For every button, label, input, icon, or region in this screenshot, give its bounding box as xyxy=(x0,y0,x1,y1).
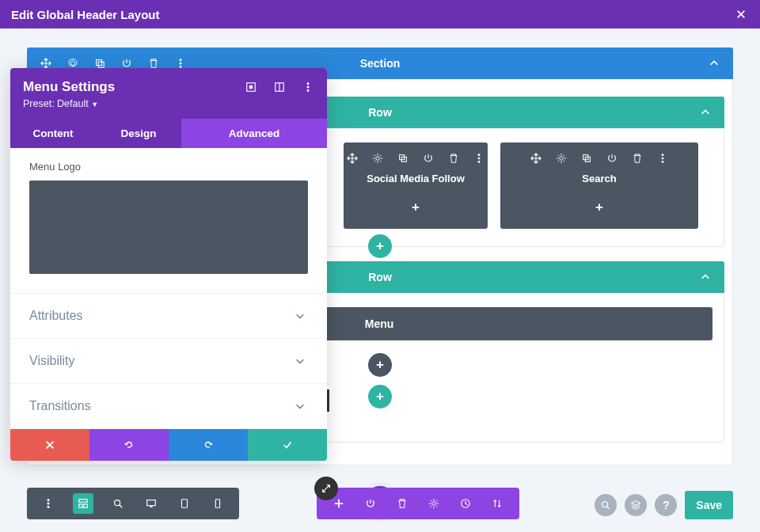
svg-rect-26 xyxy=(79,500,88,503)
svg-point-9 xyxy=(478,158,480,159)
svg-rect-18 xyxy=(249,86,253,89)
trash-icon[interactable] xyxy=(446,150,462,166)
add-row-button[interactable]: + xyxy=(368,234,392,258)
footer-right: ? Save xyxy=(595,491,733,519)
panel-preset[interactable]: Preset: Default ▼ xyxy=(23,98,314,109)
svg-rect-28 xyxy=(84,504,87,507)
svg-point-3 xyxy=(180,63,181,64)
phone-icon[interactable] xyxy=(209,495,226,512)
svg-point-24 xyxy=(48,503,49,504)
menu-logo-slot[interactable] xyxy=(29,180,308,274)
power-icon[interactable] xyxy=(420,150,436,166)
svg-point-2 xyxy=(180,59,181,60)
chevron-up-icon[interactable] xyxy=(706,55,722,71)
svg-rect-30 xyxy=(147,500,156,506)
accordion-visibility[interactable]: Visibility xyxy=(10,338,327,383)
desktop-icon[interactable] xyxy=(142,495,160,512)
chevron-up-icon[interactable] xyxy=(697,104,713,120)
trash-icon[interactable] xyxy=(394,496,410,511)
cancel-button[interactable] xyxy=(10,429,89,461)
svg-point-29 xyxy=(115,500,120,506)
svg-point-25 xyxy=(48,506,49,507)
panel-tabs: Content Design Advanced xyxy=(10,119,327,148)
accordion-transitions[interactable]: Transitions xyxy=(10,383,327,429)
view-toolbar xyxy=(27,488,239,519)
tab-content[interactable]: Content xyxy=(10,119,96,148)
svg-point-16 xyxy=(662,161,663,162)
svg-rect-31 xyxy=(182,500,188,508)
accordion-attributes[interactable]: Attributes xyxy=(10,293,327,338)
menu-logo-label: Menu Logo xyxy=(29,161,308,173)
more-icon[interactable] xyxy=(300,79,316,95)
module-label: Social Media Follow xyxy=(367,173,465,184)
menu-settings-panel: Menu Settings Preset: Default ▼ Content … xyxy=(10,68,327,461)
svg-point-15 xyxy=(662,158,663,159)
move-icon[interactable] xyxy=(528,150,544,166)
row-label: Row xyxy=(368,271,392,283)
svg-point-14 xyxy=(662,154,663,156)
module-search[interactable]: Search + xyxy=(500,142,698,229)
header-title: Edit Global Header Layout xyxy=(11,8,160,21)
duplicate-icon[interactable] xyxy=(395,150,411,166)
chevron-down-icon xyxy=(292,398,308,414)
gear-icon[interactable] xyxy=(426,496,442,511)
section-label: Section xyxy=(360,57,401,70)
redo-button[interactable] xyxy=(169,429,248,461)
tab-advanced[interactable]: Advanced xyxy=(181,119,327,148)
zoom-icon[interactable] xyxy=(109,495,127,512)
confirm-button[interactable] xyxy=(248,429,327,461)
svg-point-23 xyxy=(48,499,49,500)
chevron-down-icon xyxy=(292,353,308,369)
svg-point-35 xyxy=(602,502,608,507)
module-label: Search xyxy=(582,173,616,184)
svg-point-5 xyxy=(376,157,379,160)
panel-footer xyxy=(10,429,327,461)
sort-icon[interactable] xyxy=(489,496,505,511)
svg-point-22 xyxy=(307,89,309,91)
panel-header[interactable]: Menu Settings Preset: Default ▼ xyxy=(10,68,327,119)
module-social[interactable]: Social Media Follow + xyxy=(344,142,488,229)
power-icon[interactable] xyxy=(604,150,620,166)
svg-point-21 xyxy=(307,86,309,88)
svg-point-11 xyxy=(560,157,563,160)
gear-icon[interactable] xyxy=(370,150,386,166)
undo-button[interactable] xyxy=(89,429,169,461)
add-row-button[interactable]: + xyxy=(368,385,392,408)
trash-icon[interactable] xyxy=(629,150,645,166)
search-icon[interactable] xyxy=(595,494,617,516)
svg-point-8 xyxy=(478,154,480,156)
svg-rect-1 xyxy=(98,62,104,67)
columns-icon[interactable] xyxy=(272,79,287,95)
expand-icon[interactable] xyxy=(243,79,259,95)
save-button[interactable]: Save xyxy=(685,491,733,519)
row-label: Row xyxy=(368,106,392,119)
close-icon[interactable] xyxy=(733,6,749,22)
more-icon[interactable] xyxy=(655,150,671,166)
gear-icon[interactable] xyxy=(553,150,569,166)
page-actions-toolbar xyxy=(317,488,519,519)
module-label: Menu xyxy=(365,317,394,330)
add-module-button[interactable]: + xyxy=(368,353,392,377)
more-icon[interactable] xyxy=(471,150,487,166)
history-icon[interactable] xyxy=(458,496,473,511)
move-icon[interactable] xyxy=(344,150,360,166)
global-header-bar: Edit Global Header Layout xyxy=(0,0,760,28)
add-module-button[interactable]: + xyxy=(587,196,611,219)
svg-rect-27 xyxy=(79,504,82,507)
tablet-icon[interactable] xyxy=(176,495,193,512)
tab-design[interactable]: Design xyxy=(96,119,181,148)
help-icon[interactable]: ? xyxy=(655,494,677,516)
svg-rect-0 xyxy=(97,60,102,66)
duplicate-icon[interactable] xyxy=(579,150,595,166)
chevron-down-icon xyxy=(292,308,308,324)
power-icon[interactable] xyxy=(363,496,378,511)
resize-handle-icon[interactable] xyxy=(314,477,338,500)
more-icon[interactable] xyxy=(40,495,57,512)
svg-point-10 xyxy=(478,161,480,162)
wireframe-view-icon[interactable] xyxy=(73,493,93,514)
svg-point-33 xyxy=(432,502,435,505)
svg-point-20 xyxy=(307,82,309,84)
chevron-up-icon[interactable] xyxy=(697,269,713,285)
add-module-button[interactable]: + xyxy=(404,196,428,219)
layers-icon[interactable] xyxy=(625,494,647,516)
